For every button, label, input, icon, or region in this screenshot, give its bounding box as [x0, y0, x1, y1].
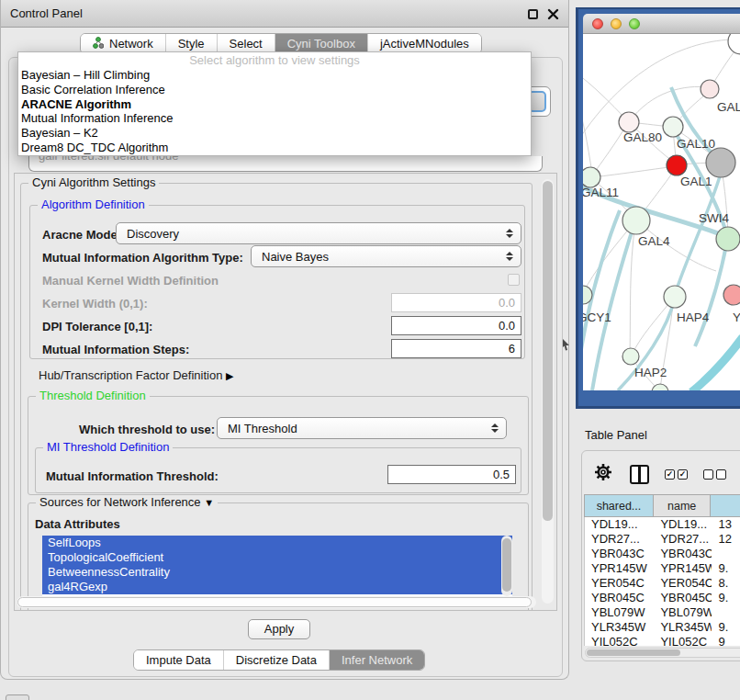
tab-network[interactable]: Network — [81, 34, 166, 53]
table-row[interactable]: YLR345W YLR345W 9. — [585, 620, 740, 635]
attribute-item[interactable]: BetweennessCentrality — [42, 565, 512, 580]
mi-steps-label: Mutual Information Steps: — [42, 343, 189, 356]
attribute-item[interactable]: gal4RGexp — [42, 580, 512, 594]
cyni-algorithm-settings-legend: Cyni Algorithm Settings — [28, 175, 159, 189]
tab-network-label: Network — [109, 37, 153, 51]
table-panel: ✓✓ shared... name YDL19... YDL19... 13 Y… — [581, 450, 740, 661]
attribute-item[interactable]: SelfLoops — [42, 536, 512, 550]
algorithm-option[interactable]: Mutual Information Inference — [18, 111, 531, 126]
node-gal80[interactable] — [619, 112, 639, 132]
mi-threshold-input[interactable] — [387, 465, 516, 484]
table-row[interactable]: YBR045C YBR045C 9. — [585, 591, 740, 605]
sources-legend[interactable]: Sources for Network Inference ▼ — [36, 495, 218, 509]
select-all-checks-icon[interactable]: ✓✓ — [665, 469, 688, 480]
control-panel-title: Control Panel — [10, 6, 83, 20]
table-row[interactable]: YBL079W YBL079W — [585, 605, 740, 620]
algorithm-option[interactable]: Bayesian – Hill Climbing — [18, 68, 531, 83]
table-body: YDL19... YDL19... 13 YDR27... YDR27... 1… — [584, 517, 740, 646]
algorithm-definition-legend: Algorithm Definition — [38, 198, 149, 211]
gear-icon[interactable] — [593, 462, 613, 486]
node-table: shared... name YDL19... YDL19... 13 YDR2… — [584, 494, 740, 646]
column-header-partial[interactable] — [711, 494, 740, 517]
table-row[interactable]: YPR145W YPR145W 9. — [585, 561, 740, 576]
deselect-all-checks-icon[interactable] — [703, 469, 726, 480]
chevron-down-icon: ▼ — [204, 497, 214, 508]
node-label: Y — [733, 310, 740, 324]
apply-button[interactable]: Apply — [248, 619, 310, 639]
aracne-mode-combo[interactable]: Discovery — [116, 222, 521, 244]
table-source-combo-value: galFiltered.sif default node — [39, 156, 542, 163]
mi-steps-input[interactable] — [391, 339, 521, 358]
columns-icon[interactable] — [630, 465, 649, 484]
minimize-traffic-light[interactable] — [611, 18, 622, 29]
table-panel-toolbar: ✓✓ — [589, 462, 740, 486]
node-gal10[interactable] — [663, 117, 683, 137]
settings-vertical-scrollbar[interactable] — [542, 179, 554, 604]
tab-infer-network[interactable]: Infer Network — [330, 650, 424, 670]
close-icon[interactable] — [547, 8, 559, 20]
network-canvas[interactable]: GAL GAL80 GAL10 GAL1 GAL11 SWI4 GAL4 GCY… — [583, 34, 740, 390]
combo-arrows-icon — [491, 423, 499, 433]
tab-select[interactable]: Select — [218, 34, 275, 53]
control-panel-titlebar[interactable]: Control Panel — [1, 0, 568, 28]
node-swi4[interactable] — [716, 227, 740, 251]
zoom-traffic-light[interactable] — [629, 18, 640, 29]
algorithm-option[interactable]: Bayesian – K2 — [18, 126, 531, 141]
which-threshold-value: MI Threshold — [228, 422, 297, 435]
algorithm-option[interactable]: Dream8 DC_TDC Algorithm — [18, 141, 531, 155]
tab-impute-data[interactable]: Impute Data — [134, 650, 224, 670]
combo-arrows-icon — [506, 229, 513, 238]
table-row[interactable]: YDR27... YDR27... 12 — [585, 532, 740, 547]
node-gal1-selected[interactable] — [667, 155, 687, 175]
corner-button-partial[interactable] — [6, 694, 29, 700]
close-traffic-light[interactable] — [592, 18, 603, 29]
node-gray[interactable] — [706, 148, 735, 177]
kernel-width-input[interactable] — [391, 293, 521, 312]
mi-type-label: Mutual Information Algorithm Type: — [42, 251, 243, 265]
algorithm-option[interactable]: ARACNE Algorithm — [18, 97, 531, 112]
bottom-tabbar: Impute Data Discretize Data Infer Networ… — [133, 649, 425, 671]
cyni-settings-scrollpane: Cyni Algorithm Settings Algorithm Defini… — [14, 173, 557, 611]
node-gal11[interactable] — [583, 167, 600, 187]
dpi-tolerance-label: DPI Tolerance [0,1]: — [42, 320, 152, 333]
hub-definition-toggle[interactable]: Hub/Transcription Factor Definition ▶ — [39, 368, 233, 382]
threshold-definition-legend: Threshold Definition — [36, 389, 150, 402]
node-partial-top[interactable] — [728, 34, 740, 54]
node-y-partial[interactable] — [723, 285, 740, 305]
table-source-combo-fragment[interactable]: galFiltered.sif default node — [28, 156, 543, 172]
mi-type-value: Naive Bayes — [262, 250, 329, 264]
table-row[interactable]: YER054C YER054C 8. — [585, 576, 740, 591]
tab-jactivemnodules[interactable]: jActiveMNodules — [368, 34, 481, 53]
table-panel-title: Table Panel — [585, 428, 647, 442]
node-label: SWI4 — [699, 211, 729, 225]
dpi-tolerance-input[interactable] — [391, 316, 521, 335]
network-window-titlebar[interactable] — [583, 14, 740, 34]
column-header-name[interactable]: name — [654, 494, 711, 517]
aracne-mode-label: Aracne Mode: — [42, 228, 121, 242]
table-horizontal-scrollbar[interactable] — [585, 648, 740, 658]
network-view-window: GAL GAL80 GAL10 GAL1 GAL11 SWI4 GAL4 GCY… — [576, 7, 740, 409]
node-hap4[interactable] — [664, 286, 686, 308]
which-threshold-label: Which threshold to use: — [79, 423, 215, 436]
manual-kernel-label: Manual Kernel Width Definition — [42, 274, 219, 288]
node-hap2[interactable] — [622, 348, 639, 365]
mi-type-combo[interactable]: Naive Bayes — [251, 245, 521, 267]
table-row[interactable]: YDL19... YDL19... 13 — [585, 517, 740, 532]
chevron-right-icon: ▶ — [226, 370, 233, 382]
table-row[interactable]: YBR043C YBR043C — [585, 547, 740, 561]
table-row[interactable]: YIL052C YIL052C 9 — [585, 635, 740, 646]
attribute-item[interactable]: TopologicalCoefficient — [42, 550, 512, 565]
tab-style[interactable]: Style — [166, 34, 218, 53]
algorithm-option[interactable]: Basic Correlation Inference — [18, 83, 531, 97]
float-window-icon[interactable] — [528, 9, 538, 19]
node-gal-partial[interactable] — [701, 80, 719, 98]
settings-horizontal-scrollbar[interactable] — [17, 596, 536, 608]
node-gal4[interactable] — [622, 207, 650, 234]
tab-discretize-data[interactable]: Discretize Data — [224, 650, 330, 670]
attribute-list-scrollbar[interactable] — [501, 536, 512, 596]
data-attributes-list: SelfLoopsTopologicalCoefficientBetweenne… — [42, 536, 512, 596]
which-threshold-combo[interactable]: MI Threshold — [217, 417, 507, 439]
tab-cyni-toolbox[interactable]: Cyni Toolbox — [275, 34, 368, 53]
column-header-shared-name[interactable]: shared... — [584, 494, 654, 517]
manual-kernel-checkbox[interactable] — [508, 274, 520, 286]
